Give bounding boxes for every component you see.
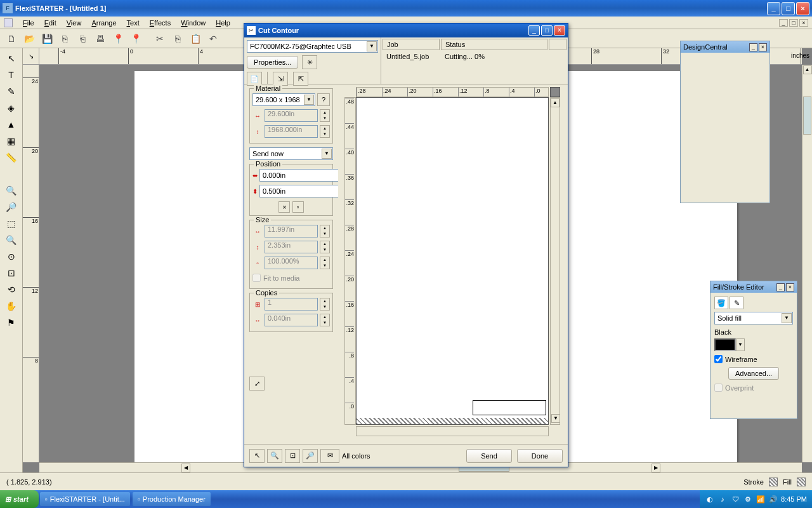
device-combo[interactable]: FC7000MK2-75@Graphtec USB▼	[247, 40, 378, 53]
chevron-down-icon[interactable]: ▼	[322, 149, 332, 159]
menu-help[interactable]: Help	[211, 18, 235, 28]
menu-window[interactable]: Window	[176, 18, 211, 28]
zoom-tool-icon[interactable]: 🔎	[4, 199, 19, 215]
tray-icon[interactable]: 📶	[756, 494, 766, 504]
pos-x-input[interactable]	[259, 169, 338, 182]
pos-y-input[interactable]	[259, 185, 338, 197]
measure-tool-icon[interactable]: 📏	[4, 150, 19, 165]
open-icon[interactable]: 📂	[22, 31, 37, 46]
spinner[interactable]: ▲▼	[320, 257, 330, 269]
zoom-fit-icon[interactable]: ⊡	[285, 449, 300, 463]
ruler-vertical[interactable]: 242016128	[23, 65, 39, 462]
zoom-in-icon[interactable]: 🔍	[4, 183, 19, 198]
rect-tool-icon[interactable]: ▦	[4, 133, 19, 149]
edit-tool-icon[interactable]: ▲	[4, 117, 19, 132]
ruler-corner[interactable]: ↘	[23, 48, 39, 65]
zoom-sel-icon[interactable]: ⊙	[4, 249, 19, 264]
page-setup-icon[interactable]: 📄	[247, 72, 262, 86]
center-y-icon[interactable]: ▫	[292, 201, 304, 213]
tray-icon[interactable]: 🔊	[768, 494, 778, 504]
pan-tool-icon[interactable]: ✋	[4, 298, 19, 314]
menu-edit[interactable]: Edit	[39, 18, 62, 28]
properties-button[interactable]: Properties...	[247, 56, 298, 69]
fill-swatch[interactable]	[797, 478, 806, 486]
bezier-tool-icon[interactable]: ✎	[4, 84, 19, 99]
chevron-down-icon[interactable]: ▼	[304, 95, 314, 105]
close-button[interactable]: ×	[796, 2, 809, 15]
job-col-header[interactable]: Job	[383, 39, 440, 50]
paste-icon[interactable]: 📋	[188, 31, 203, 46]
zoom-in-icon[interactable]: 🔍	[267, 449, 282, 463]
material-size-combo[interactable]: 29.600 x 1968▼	[252, 93, 315, 106]
poll-size-icon[interactable]: ?	[317, 93, 330, 106]
dialog-titlebar[interactable]: ✂ Cut Contour _ □ ×	[244, 23, 568, 37]
dialog-minimize-button[interactable]: _	[528, 25, 540, 36]
color-dropdown-icon[interactable]: ▼	[736, 338, 745, 351]
spinner[interactable]: ▲▼	[320, 109, 330, 122]
wireframe-checkbox[interactable]	[714, 355, 723, 363]
spinner[interactable]: ▲▼	[320, 298, 330, 311]
start-button[interactable]: ⊞ start	[0, 490, 39, 508]
cut-object[interactable]	[473, 400, 546, 415]
menu-effects[interactable]: Effects	[145, 18, 176, 28]
scroll-right-icon[interactable]: ▶	[652, 464, 660, 472]
panel-close-button[interactable]: ×	[786, 283, 794, 291]
panel-minimize-button[interactable]: _	[776, 283, 785, 291]
flag-tool-icon[interactable]: ⚑	[4, 315, 19, 330]
stroke-swatch[interactable]	[769, 478, 778, 486]
pin1-icon[interactable]: 📍	[110, 31, 126, 46]
expand-panel-icon[interactable]: ⤢	[249, 377, 265, 391]
zoom-out-icon[interactable]: 🔍	[4, 232, 19, 248]
registration1-icon[interactable]: ⇲	[273, 72, 288, 86]
menu-arrange[interactable]: Arrange	[86, 18, 121, 28]
maximize-button[interactable]: □	[782, 2, 795, 15]
spinner[interactable]: ▲▼	[320, 241, 330, 253]
tray-icon[interactable]: ⚙	[743, 494, 753, 504]
status-col-header[interactable]: Status	[441, 39, 547, 50]
send-mode-combo[interactable]: Send now▼	[249, 147, 333, 160]
export-icon[interactable]: ⎗	[75, 31, 90, 46]
tray-icon[interactable]: ◐	[705, 494, 715, 504]
preview-scroll-h[interactable]	[356, 426, 549, 436]
doc-sysmenu-icon[interactable]	[4, 18, 13, 27]
scrollbar-vertical[interactable]: ▲	[802, 65, 812, 462]
fill-type-combo[interactable]: Solid fill▼	[714, 312, 793, 324]
taskbar-item[interactable]: ▫Production Manager	[133, 492, 211, 506]
fill-tab-icon[interactable]: 🪣	[714, 297, 728, 309]
envelope-icon[interactable]: ✉	[320, 449, 339, 463]
stroke-tab-icon[interactable]: ✎	[730, 297, 743, 309]
tray-icon[interactable]: 🛡	[730, 494, 740, 504]
import-icon[interactable]: ⎘	[57, 31, 72, 46]
taskbar-item[interactable]: ▫FlexiSTARTER - [Untit...	[40, 492, 130, 506]
panel-minimize-button[interactable]: _	[749, 43, 757, 51]
doc-close-button[interactable]: ×	[799, 19, 808, 27]
zoom-page-icon[interactable]: ⬚	[4, 216, 19, 231]
scroll-up-icon[interactable]: ▲	[551, 98, 560, 107]
save-icon[interactable]: 💾	[39, 31, 55, 46]
registration2-icon[interactable]: ⇱	[293, 72, 308, 86]
settings-icon[interactable]: ✳	[302, 55, 317, 69]
panel-titlebar[interactable]: DesignCentral _ ×	[681, 41, 769, 53]
advanced-button[interactable]: Advanced...	[728, 367, 779, 380]
zoom-out-icon[interactable]: 🔎	[303, 449, 318, 463]
panel-close-button[interactable]: ×	[759, 43, 767, 51]
job-row[interactable]: Untitled_5.job Cutting... 0%	[383, 51, 566, 62]
pin2-icon[interactable]: 📍	[128, 31, 143, 46]
tray-icon[interactable]: ♪	[717, 494, 728, 504]
menu-view[interactable]: View	[62, 18, 87, 28]
chevron-down-icon[interactable]: ▼	[367, 41, 377, 51]
minimize-button[interactable]: _	[767, 2, 780, 15]
undo-icon[interactable]: ↶	[206, 31, 221, 46]
dialog-maximize-button[interactable]: □	[541, 25, 553, 36]
zoom-fit-icon[interactable]: ⊡	[4, 265, 19, 281]
dialog-close-button[interactable]: ×	[554, 25, 565, 36]
doc-minimize-button[interactable]: _	[779, 19, 788, 27]
send-button[interactable]: Send	[466, 449, 512, 463]
cut-icon[interactable]: ✂	[152, 31, 167, 46]
doc-restore-button[interactable]: □	[789, 19, 798, 27]
preview-origin-icon[interactable]	[550, 87, 560, 97]
clock[interactable]: 8:45 PM	[781, 495, 807, 503]
spinner[interactable]: ▲▼	[320, 125, 330, 138]
zoom-prev-icon[interactable]: ⟲	[4, 282, 19, 297]
menu-text[interactable]: Text	[122, 18, 145, 28]
